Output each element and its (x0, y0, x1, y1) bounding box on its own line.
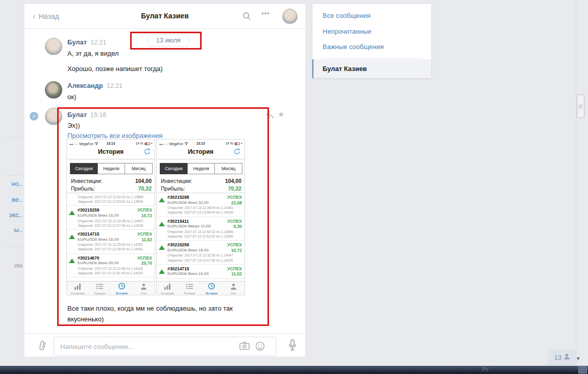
avatar[interactable] (45, 81, 62, 99)
period-tab[interactable]: Месяц (214, 163, 242, 174)
phone-nav-label: История (201, 292, 223, 295)
trade-row: #30215259УСПЕХEURUSDb Вниз 16,0010,72Отк… (157, 241, 244, 265)
trade-row: #30215298УСПЕХEURUSDb Вниз 32,0022,08Отк… (157, 193, 244, 217)
trade-status: УСПЕХ (227, 242, 242, 248)
trade-up-arrow-icon (69, 211, 75, 215)
trade-desc: EURUSDb Вниз 16,00 (167, 248, 209, 253)
trade-row: Открытие: 2017.07.13 12:52:32 по 1,13885… (67, 193, 155, 206)
trade-profit: 10,72 (141, 213, 152, 219)
phone-nav-person-icon: Счет (133, 282, 155, 295)
trade-open-line: Открытие: 2017.07.13 11:21:08 по 1,14116 (78, 266, 152, 271)
trade-close-line: Закрытие: 2017.07.13 12:53:32 по 1,13939 (78, 199, 152, 204)
participants-badge[interactable]: 13 (548, 349, 577, 366)
chat-panel: ‹Назад Булат Казиев ••• 13 июля Булат12:… (24, 4, 305, 357)
trade-close-line: Закрытие: 2017.07.13 12:25:09 по 1,14061 (78, 247, 152, 251)
scrollbar-thumb[interactable] (577, 95, 584, 118)
avatar[interactable] (45, 108, 62, 125)
message-author[interactable]: Булат (67, 38, 87, 46)
message-text: Хорошо, позже напишет тогда) (67, 65, 163, 73)
menu-item[interactable]: Все сообщения (312, 8, 431, 24)
taskbar-text: РУ (482, 367, 489, 372)
messages-filter-menu: Все сообщенияНепрочитанныеВажные сообщен… (312, 4, 431, 78)
phone-screenshot-attachment[interactable]: ●●○○○ MegaFon 13:13 14 % + История Сегод… (156, 139, 245, 295)
composer-divider (24, 333, 305, 334)
attach-paperclip-icon[interactable] (38, 340, 48, 354)
camera-icon[interactable] (239, 342, 250, 352)
phone-nav-label: Позиции (89, 292, 111, 295)
menu-item[interactable]: Важные сообщения (312, 39, 431, 55)
taskbar: РУ (0, 366, 588, 374)
trade-up-arrow-icon (159, 222, 165, 226)
emoji-smiley-icon[interactable] (255, 341, 265, 353)
phone-nav-label: Котировки (67, 292, 89, 295)
trade-up-arrow-icon (159, 245, 165, 250)
trade-row: #30214715УСПЕХEURUSDb Вниз 16,0011,52 (157, 265, 244, 279)
search-icon[interactable] (242, 12, 251, 22)
period-tab[interactable]: Сегодня (160, 163, 188, 174)
phone-nav-bar-chart-icon: Котировки (67, 282, 89, 295)
menu-item[interactable]: Непрочитанные (312, 24, 431, 39)
vk-messenger-page: но..ве..экс..ы..им ‹Назад Булат Казиев •… (0, 0, 588, 374)
trade-close-line: Закрытие: 2017.07.13 12:47:36 по 1,14035 (78, 223, 152, 228)
trade-close-line: Закрытие: 2017.07.13 12:53:32 по 1,13939 (167, 234, 242, 239)
reply-icon[interactable] (266, 111, 274, 121)
battery-icon (234, 143, 240, 145)
taskbar-button[interactable] (578, 366, 587, 373)
period-tab[interactable]: Месяц (125, 163, 153, 174)
sidebar-item-truncated[interactable]: ве.. (0, 196, 23, 203)
trade-status: УСПЕХ (137, 255, 152, 261)
participants-count: 13 (554, 354, 561, 361)
avatar[interactable] (45, 38, 62, 55)
trade-id: #30214670 (78, 255, 100, 261)
phone-screen-title: История (157, 148, 244, 155)
trade-up-arrow-icon (159, 198, 165, 202)
profit-label: Прибыль: (161, 185, 185, 192)
phone-screenshot-attachment[interactable]: ●●○○○ MegaFon 13:13 14 % + История Сегод… (66, 139, 155, 295)
sidebar-item-truncated[interactable]: но.. (0, 180, 23, 188)
message-author[interactable]: Александр (67, 82, 103, 89)
phone-nav-clock-icon: История (111, 282, 133, 295)
trade-open-line: Открытие: 2017.07.13 12:32:36 по 1,14047 (167, 253, 242, 258)
trade-profit: 5,30 (233, 224, 242, 229)
date-separator: 13 июля (147, 34, 190, 46)
message-text: ок) (67, 93, 76, 101)
phone-nav-list-icon: Позиции (89, 282, 111, 295)
favorite-star-icon[interactable]: ★ (278, 110, 284, 119)
phone-screen-title: История (67, 148, 155, 155)
sidebar-item-truncated[interactable]: ы.. (0, 226, 23, 233)
phone-status-bar: ●●○○○ MegaFon 13:13 14 % + (67, 141, 155, 146)
microphone-icon[interactable] (288, 339, 297, 355)
trade-row: #30214715УСПЕХEURUSDb Вниз 16,0011,52Отк… (67, 230, 155, 254)
more-options-icon[interactable]: ••• (261, 10, 270, 17)
trade-status: УСПЕХ (227, 219, 242, 224)
trade-id: #30214715 (78, 231, 100, 237)
trade-status: УСПЕХ (227, 195, 242, 200)
message-time: 12:21 (90, 39, 106, 46)
refresh-icon (234, 148, 240, 157)
trade-desc: EURUSDb Вниз 30,00 (78, 261, 119, 266)
trade-desc: EURUSDb Вниз 16,00 (167, 271, 209, 277)
scrollbar-track (576, 0, 576, 366)
sidebar-item-truncated[interactable]: экс.. (0, 211, 23, 219)
message-author[interactable]: Булат (67, 111, 87, 119)
trade-id: #30215298 (167, 195, 189, 200)
collapse-arrow-icon[interactable]: ▾ (577, 355, 580, 362)
period-tab[interactable]: Сегодня (70, 163, 98, 174)
phone-nav-label: Позиции (179, 292, 201, 295)
phone-tab-bar: КотировкиПозицииИсторияСчет (67, 281, 155, 295)
phone-nav-label: Счет (133, 292, 155, 295)
message-time: 12:21 (107, 82, 122, 89)
phone-nav-bar-chart-icon: Котировки (157, 282, 179, 295)
person-icon (564, 353, 570, 362)
trade-profit: 20,70 (141, 261, 152, 266)
period-tab[interactable]: Неделя (187, 163, 215, 174)
trade-open-line: Открытие: 2017.07.13 12:52:32 по 1,13885 (167, 229, 242, 234)
sidebar-item-truncated[interactable]: им (0, 262, 23, 269)
message-selected-check-icon[interactable]: ✓ (30, 112, 38, 121)
trade-status: УСПЕХ (227, 266, 242, 272)
period-tabs: СегодняНеделяМесяц (160, 163, 242, 174)
menu-item-active-dialog[interactable]: Булат Казиев (312, 59, 431, 78)
period-tab[interactable]: Неделя (97, 163, 126, 174)
header-avatar[interactable] (282, 9, 298, 24)
view-all-images-link[interactable]: Просмотреть все изображения (67, 132, 162, 139)
